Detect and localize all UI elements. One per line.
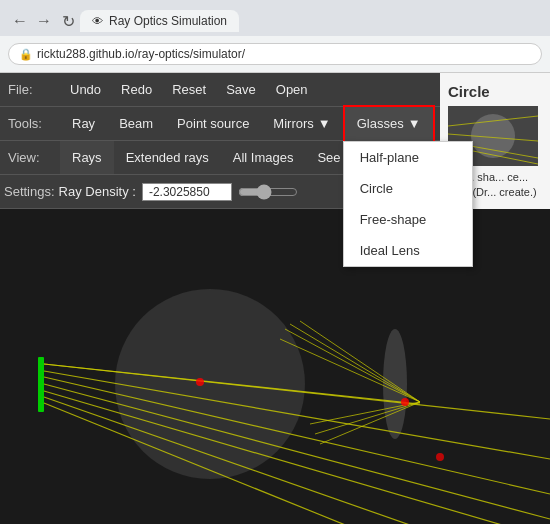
ideal-lens-option[interactable]: Ideal Lens (344, 235, 472, 266)
address-bar-row: 🔒 ricktu288.github.io/ray-optics/simulat… (0, 36, 550, 72)
tab-favicon: 👁 (92, 15, 103, 27)
save-button[interactable]: Save (216, 73, 266, 106)
all-images-view-button[interactable]: All Images (221, 141, 306, 174)
density-slider[interactable] (238, 184, 298, 200)
browser-chrome: ← → ↻ 👁 Ray Optics Simulation 🔒 ricktu28… (0, 0, 550, 73)
lock-icon: 🔒 (19, 48, 33, 61)
undo-button[interactable]: Undo (60, 73, 111, 106)
reset-button[interactable]: Reset (162, 73, 216, 106)
back-button[interactable]: ← (8, 9, 32, 33)
half-plane-option[interactable]: Half-plane (344, 142, 472, 173)
rays-view-button[interactable]: Rays (60, 141, 114, 174)
tab-bar: ← → ↻ 👁 Ray Optics Simulation (0, 0, 550, 36)
info-title: Circle (448, 81, 542, 102)
url-text: ricktu288.github.io/ray-optics/simulator… (37, 47, 245, 61)
mirrors-tool-button[interactable]: Mirrors ▼ (261, 107, 342, 140)
svg-point-26 (401, 398, 409, 406)
free-shape-option[interactable]: Free-shape (344, 204, 472, 235)
extended-rays-view-button[interactable]: Extended rays (114, 141, 221, 174)
glasses-tool-button[interactable]: Glasses ▼ (345, 107, 433, 141)
glasses-chevron-icon: ▼ (408, 116, 421, 131)
open-button[interactable]: Open (266, 73, 318, 106)
svg-point-25 (196, 378, 204, 386)
ray-tool-button[interactable]: Ray (60, 107, 107, 140)
glasses-dropdown-menu: Half-plane Circle Free-shape Ideal Lens (343, 141, 473, 267)
glasses-dropdown-container: Glasses ▼ Half-plane Circle Free-shape I… (343, 105, 435, 143)
app-area: Circle Gla... sha... ce... on... (Dr... … (0, 73, 550, 209)
point-source-tool-button[interactable]: Point source (165, 107, 261, 140)
tab-title: Ray Optics Simulation (109, 14, 227, 28)
density-label: Ray Density : (59, 184, 136, 199)
svg-rect-9 (38, 357, 44, 412)
forward-button[interactable]: → (32, 9, 56, 33)
circle-option[interactable]: Circle (344, 173, 472, 204)
density-input[interactable] (142, 183, 232, 201)
reload-button[interactable]: ↻ (56, 9, 80, 33)
svg-point-7 (115, 289, 305, 479)
settings-label: Settings: (4, 184, 55, 199)
address-box[interactable]: 🔒 ricktu288.github.io/ray-optics/simulat… (8, 43, 542, 65)
svg-point-27 (436, 453, 444, 461)
redo-button[interactable]: Redo (111, 73, 162, 106)
view-label: View: (0, 150, 60, 165)
file-label: File: (0, 82, 60, 97)
tools-label: Tools: (0, 116, 60, 131)
mirrors-chevron-icon: ▼ (318, 116, 331, 131)
beam-tool-button[interactable]: Beam (107, 107, 165, 140)
active-tab[interactable]: 👁 Ray Optics Simulation (80, 10, 239, 32)
